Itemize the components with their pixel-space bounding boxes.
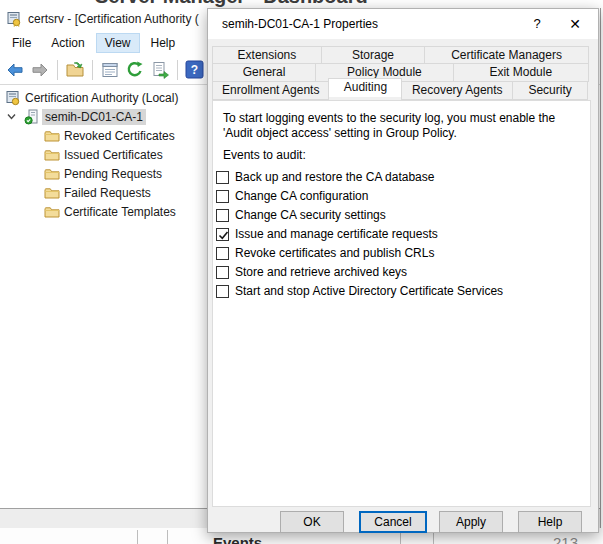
tab-security[interactable]: Security <box>512 81 588 100</box>
ca-server-icon <box>24 109 40 125</box>
forward-icon[interactable] <box>30 60 50 80</box>
certification-authority-icon <box>5 90 21 106</box>
background-column-divider <box>137 530 138 544</box>
checkbox[interactable] <box>216 285 229 298</box>
tab-enrollment-agents[interactable]: Enrollment Agents <box>212 81 329 100</box>
folder-icon <box>44 204 60 220</box>
ok-button[interactable]: OK <box>280 511 344 533</box>
cancel-button[interactable]: Cancel <box>359 511 427 533</box>
checkbox[interactable] <box>216 228 229 241</box>
background-column-divider <box>433 533 434 544</box>
folder-icon <box>44 166 60 182</box>
screen: Server Manager • Dashboard Events 213 ce… <box>0 0 603 544</box>
tree-item-revoked-certificates[interactable]: Revoked Certificates <box>44 127 175 144</box>
tree-item-label: Certification Authority (Local) <box>25 91 178 105</box>
tree-item-pending-requests[interactable]: Pending Requests <box>44 165 162 182</box>
chevron-down-icon[interactable] <box>6 111 17 122</box>
menu-file[interactable]: File <box>3 33 40 53</box>
folder-icon <box>44 185 60 201</box>
checkbox-label: Revoke certificates and publish CRLs <box>235 246 434 260</box>
background-text-fragment: 213 <box>553 534 578 544</box>
close-icon[interactable]: ✕ <box>556 9 594 39</box>
tab-row-1: Extensions Storage Certificate Managers <box>212 46 591 64</box>
certsrv-app-icon <box>6 11 22 27</box>
apply-button[interactable]: Apply <box>439 511 503 533</box>
tree-item-label: Certificate Templates <box>64 205 176 219</box>
checkbox[interactable] <box>216 171 229 184</box>
checkbox-label: Change CA configuration <box>235 189 368 203</box>
tree-item-certification-authority[interactable]: Certification Authority (Local) <box>5 89 178 106</box>
checkbox-label: Start and stop Active Directory Certific… <box>235 284 503 298</box>
tree-item-label: Revoked Certificates <box>64 129 175 143</box>
menu-action[interactable]: Action <box>42 33 93 53</box>
tab-strip: Extensions Storage Certificate Managers … <box>212 46 591 100</box>
dialog-titlebar[interactable]: semih-DC01-CA-1 Properties ? ✕ <box>208 9 598 39</box>
events-to-audit-label: Events to audit: <box>223 148 306 162</box>
checkbox-change-ca-security-settings[interactable]: Change CA security settings <box>216 207 386 223</box>
console-tree: Certification Authority (Local) semih-DC… <box>0 86 206 508</box>
show-console-tree-icon[interactable] <box>65 60 85 80</box>
tab-recovery-agents[interactable]: Recovery Agents <box>401 81 513 100</box>
toolbar-separator <box>177 60 178 80</box>
tab-auditing[interactable]: Auditing <box>328 78 402 97</box>
background-column-divider <box>400 533 401 544</box>
toolbar-separator <box>57 60 58 80</box>
tree-item-certificate-templates[interactable]: Certificate Templates <box>44 203 176 220</box>
checkbox-start-stop-adcs[interactable]: Start and stop Active Directory Certific… <box>216 283 503 299</box>
refresh-icon[interactable] <box>125 60 145 80</box>
help-button[interactable]: Help <box>518 511 582 533</box>
checkbox[interactable] <box>216 190 229 203</box>
folder-icon <box>44 147 60 163</box>
checkbox[interactable] <box>216 266 229 279</box>
folder-icon <box>44 128 60 144</box>
window-title: certsrv - [Certification Authority ( <box>28 8 206 30</box>
tab-general[interactable]: General <box>212 63 316 82</box>
dialog-button-row: OK Cancel Apply Help <box>208 511 598 533</box>
menu-help[interactable]: Help <box>142 33 185 53</box>
checkbox[interactable] <box>216 247 229 260</box>
tree-item-label: Pending Requests <box>64 167 162 181</box>
dialog-title: semih-DC01-CA-1 Properties <box>222 9 378 39</box>
properties-dialog: semih-DC01-CA-1 Properties ? ✕ Extension… <box>207 8 599 533</box>
tab-storage[interactable]: Storage <box>321 46 425 64</box>
auditing-intro-text: To start logging events to the security … <box>223 111 585 141</box>
tree-item-failed-requests[interactable]: Failed Requests <box>44 184 151 201</box>
checkbox-backup-restore[interactable]: Back up and restore the CA database <box>216 169 434 185</box>
checkbox-revoke-publish-crls[interactable]: Revoke certificates and publish CRLs <box>216 245 434 261</box>
background-column-divider <box>167 530 168 544</box>
tree-item-label: Issued Certificates <box>64 148 163 162</box>
auditing-tab-page: To start logging events to the security … <box>212 100 591 507</box>
background-window-title: Server Manager • Dashboard <box>95 0 368 8</box>
checkbox-issue-manage-requests[interactable]: Issue and manage certificate requests <box>216 226 438 242</box>
back-icon[interactable] <box>5 60 25 80</box>
background-window-title-strip: Server Manager • Dashboard <box>0 0 603 8</box>
checkbox-store-retrieve-keys[interactable]: Store and retrieve archived keys <box>216 264 407 280</box>
dialog-help-button[interactable]: ? <box>520 9 554 39</box>
checkbox-label: Store and retrieve archived keys <box>235 265 407 279</box>
background-text-fragment: Events <box>213 534 262 544</box>
tree-item-label: Failed Requests <box>64 186 151 200</box>
checkbox-label: Back up and restore the CA database <box>235 170 434 184</box>
checkbox[interactable] <box>216 209 229 222</box>
tree-item-ca-node[interactable]: semih-DC01-CA-1 <box>6 108 146 125</box>
checkbox-change-ca-configuration[interactable]: Change CA configuration <box>216 188 368 204</box>
tab-exit-module[interactable]: Exit Module <box>453 63 589 82</box>
tree-item-label-selected: semih-DC01-CA-1 <box>42 109 146 125</box>
toolbar-separator <box>92 60 93 80</box>
export-list-icon[interactable] <box>150 60 170 80</box>
svg-text:?: ? <box>191 63 198 77</box>
tab-row-3: Enrollment Agents Auditing Recovery Agen… <box>212 82 591 100</box>
tab-certificate-managers[interactable]: Certificate Managers <box>424 46 589 64</box>
properties-list-icon[interactable] <box>100 60 120 80</box>
checkbox-label: Change CA security settings <box>235 208 386 222</box>
tree-item-issued-certificates[interactable]: Issued Certificates <box>44 146 163 163</box>
tab-extensions[interactable]: Extensions <box>212 46 322 64</box>
help-icon[interactable]: ? <box>185 60 205 80</box>
menu-view[interactable]: View <box>96 33 140 53</box>
checkbox-label: Issue and manage certificate requests <box>235 227 438 241</box>
